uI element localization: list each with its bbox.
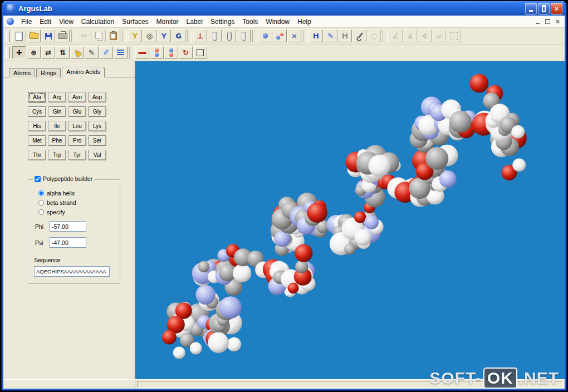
tree-view-icon[interactable]	[114, 46, 128, 59]
optimize-geometry-icon[interactable]: G	[172, 30, 185, 42]
polypeptide-builder-checkbox[interactable]	[35, 176, 41, 182]
document-icon	[7, 18, 14, 25]
mdi-restore-button[interactable]	[543, 18, 552, 25]
amino-ile-button[interactable]: Ile	[48, 121, 66, 131]
toolbar-grip[interactable]	[6, 31, 10, 42]
amino-ala-button[interactable]: Ala	[28, 92, 46, 102]
atom-pair-icon[interactable]	[273, 30, 287, 42]
app-icon	[7, 4, 16, 13]
radio-input-specify[interactable]	[38, 209, 44, 215]
amino-phe-button[interactable]: Phe	[48, 135, 66, 146]
new-file-icon[interactable]	[12, 30, 26, 42]
amino-glu-button[interactable]: Glu	[68, 106, 86, 117]
clean-geometry-icon[interactable]: Y	[128, 30, 142, 42]
capsule-b-icon[interactable]	[222, 30, 236, 42]
amino-trp-button[interactable]: Trp	[48, 150, 66, 160]
radio-input-beta-strand[interactable]	[38, 200, 44, 205]
amino-arg-button[interactable]: Arg	[48, 92, 66, 102]
radio-beta-strand[interactable]: beta strand	[38, 199, 115, 206]
single-atom-icon[interactable]	[258, 30, 272, 42]
amino-asp-button[interactable]: Asp	[88, 92, 106, 102]
close-icon: ×	[555, 4, 559, 13]
title-bar[interactable]: ArgusLab ×	[3, 1, 565, 16]
radio-specify[interactable]: specify	[38, 209, 115, 215]
phi-input[interactable]	[50, 221, 86, 232]
rotate-z-tool-icon[interactable]: ⇅	[56, 46, 70, 59]
tab-atoms[interactable]: Atoms	[9, 68, 35, 77]
tab-rings[interactable]: Rings	[36, 68, 61, 77]
toolbar-separator	[303, 30, 308, 42]
capsule-c-icon[interactable]	[237, 30, 251, 42]
toggle-hydrogens-icon[interactable]: ◎	[143, 30, 156, 42]
bond-order-up-icon[interactable]	[150, 46, 164, 59]
paste-icon[interactable]	[106, 30, 120, 42]
amino-lys-button[interactable]: Lys	[88, 121, 106, 131]
measure-plane-glyph: ▱	[437, 32, 442, 40]
amino-pro-button[interactable]: Pro	[68, 135, 86, 146]
amino-met-button[interactable]: Met	[28, 135, 46, 146]
menu-surfaces[interactable]: Surfaces	[118, 17, 152, 27]
amino-thr-button[interactable]: Thr	[28, 150, 46, 160]
menu-view[interactable]: View	[55, 17, 77, 27]
menu-bar: FileEditViewCalculationSurfacesMonitorLa…	[3, 16, 565, 28]
selection-mode-glyph	[450, 32, 458, 40]
amino-ser-button[interactable]: Ser	[88, 135, 106, 146]
bond-tool-icon[interactable]	[135, 46, 149, 59]
sequence-input[interactable]	[34, 266, 110, 277]
menu-tools[interactable]: Tools	[238, 17, 262, 27]
menu-label[interactable]: Label	[183, 17, 207, 27]
amino-his-button[interactable]: His	[28, 121, 46, 131]
radio-input-alpha-helix[interactable]	[38, 190, 44, 196]
amino-gly-button[interactable]: Gly	[88, 106, 106, 117]
toolbar-grip[interactable]	[6, 47, 10, 58]
menu-settings[interactable]: Settings	[207, 17, 238, 27]
amino-cys-button[interactable]: Cys	[28, 106, 46, 117]
mdi-close-button[interactable]: ×	[554, 18, 562, 25]
maximize-button[interactable]	[538, 3, 550, 14]
capsule-a-icon[interactable]	[208, 30, 222, 42]
amino-leu-button[interactable]: Leu	[68, 121, 86, 131]
rotate-bond-tool-icon[interactable]: ↻	[179, 46, 193, 59]
edit-label-icon[interactable]: ✎	[324, 30, 337, 42]
menu-calculation[interactable]: Calculation	[77, 17, 118, 27]
translate-tool-icon[interactable]: ✚	[12, 46, 26, 59]
radio-alpha-helix[interactable]: alpha helix	[38, 190, 115, 197]
draw-tool-icon[interactable]: ✎	[85, 46, 99, 59]
amino-gln-button[interactable]: Gln	[48, 106, 66, 117]
print-icon[interactable]	[56, 30, 70, 42]
amino-val-button[interactable]: Val	[88, 150, 106, 160]
gray-hydrogens-icon[interactable]: H	[338, 30, 352, 42]
close-button[interactable]: ×	[551, 3, 562, 14]
delete-atoms-icon[interactable]: ×	[287, 30, 301, 42]
measure-distance-icon: ∠	[389, 30, 403, 42]
open-file-icon[interactable]	[27, 30, 41, 42]
plane-tool-icon[interactable]	[193, 46, 207, 59]
tree-view-glyph	[117, 50, 124, 56]
psi-input[interactable]	[50, 237, 86, 248]
secondary-structure-radios: alpha helixbeta strandspecify	[38, 190, 115, 215]
menu-window[interactable]: Window	[262, 17, 293, 27]
add-fragment-icon[interactable]: Y	[157, 30, 171, 42]
align-axis-icon[interactable]: ⊥	[193, 30, 207, 42]
mdi-minimize-button[interactable]	[533, 18, 542, 25]
scale-tool-icon[interactable]: ⇄	[41, 46, 55, 59]
menu-edit[interactable]: Edit	[36, 17, 55, 27]
menu-file[interactable]: File	[17, 17, 36, 27]
amino-tyr-button[interactable]: Tyr	[68, 150, 86, 160]
molecule-viewport[interactable]	[135, 61, 565, 379]
tab-amino-acids[interactable]: Amino Acids	[62, 67, 105, 77]
show-hydrogens-icon[interactable]: H	[309, 30, 323, 42]
watermark-prefix: SOFT-	[429, 369, 481, 388]
annotate-tool-icon[interactable]: ✐	[99, 46, 113, 59]
menu-monitor[interactable]: Monitor	[153, 17, 183, 27]
measure-plane-icon: ▱	[432, 30, 446, 42]
minimize-button[interactable]	[525, 3, 537, 14]
select-tool-icon[interactable]	[70, 46, 84, 59]
paste-glyph	[110, 32, 117, 40]
menu-help[interactable]: Help	[293, 17, 315, 27]
amino-asn-button[interactable]: Asn	[68, 92, 86, 102]
wrench-tool-icon[interactable]	[352, 30, 366, 42]
bond-order-down-icon[interactable]	[164, 46, 178, 59]
rotate-tool-icon[interactable]: ⊕	[27, 46, 41, 59]
save-icon[interactable]	[41, 30, 55, 42]
